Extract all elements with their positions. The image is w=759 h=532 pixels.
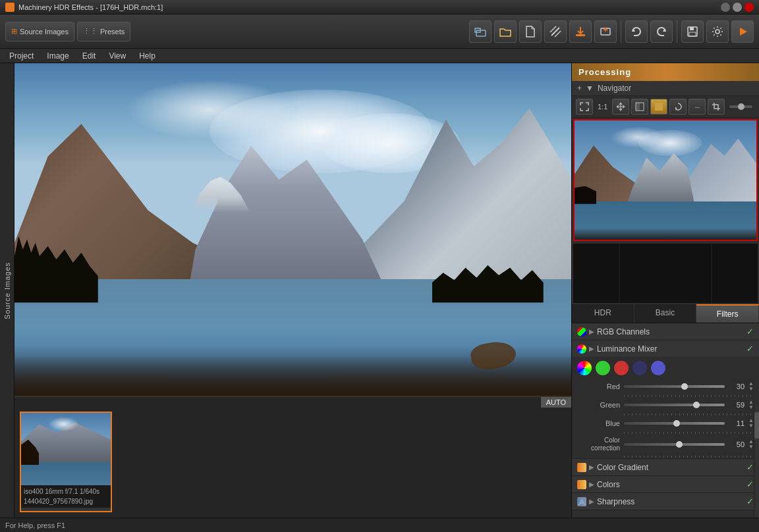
rgb-channels-section: ▶ RGB Channels ✓ bbox=[572, 323, 759, 340]
red-slider-track[interactable] bbox=[624, 385, 725, 388]
green-slider-arrows[interactable]: ▲ ▼ bbox=[748, 400, 754, 410]
panel-tabs: HDR Basic Filters bbox=[572, 304, 759, 323]
luminance-mixer-header[interactable]: ▶ Luminance Mixer ✓ bbox=[572, 340, 759, 357]
color-correction-slider-thumb[interactable] bbox=[676, 441, 683, 448]
colors-section: ▶ Colors ✓ bbox=[572, 476, 759, 493]
blue-tick-marks bbox=[624, 432, 754, 434]
filmstrip-header: AUTO bbox=[541, 397, 571, 408]
blue-slider-value: 11 bbox=[729, 419, 745, 427]
sharpness-header[interactable]: ▶ Sharpness ✓ bbox=[572, 493, 759, 510]
diagonal-pattern-button[interactable] bbox=[544, 20, 567, 43]
blue-slider-thumb[interactable] bbox=[673, 420, 680, 427]
film-info: iso400 16mm f/7.1 1/640s 1440420_9756789… bbox=[21, 485, 111, 508]
blue-slider-row: Blue 11 ▲ ▼ bbox=[572, 416, 759, 431]
color-correction-slider-track[interactable] bbox=[624, 443, 725, 446]
presets-icon: ⋮⋮ bbox=[83, 27, 98, 36]
circle-rainbow[interactable] bbox=[577, 361, 592, 375]
split-view-button[interactable] bbox=[631, 99, 648, 115]
redo-button[interactable] bbox=[650, 20, 673, 43]
color-correction-arrows[interactable]: ▲ ▼ bbox=[748, 439, 754, 450]
menu-view[interactable]: View bbox=[102, 50, 132, 62]
crop-button[interactable] bbox=[708, 99, 725, 115]
blue-slider-track[interactable] bbox=[624, 422, 725, 425]
green-slider-row: Green 59 ▲ ▼ bbox=[572, 398, 759, 412]
blue-slider-arrows[interactable]: ▲ ▼ bbox=[748, 418, 754, 429]
main-canvas[interactable] bbox=[14, 63, 571, 396]
navigator-bar: + ▼ Navigator bbox=[572, 81, 759, 96]
tab-basic[interactable]: Basic bbox=[634, 304, 697, 323]
rgb-channels-header[interactable]: ▶ RGB Channels ✓ bbox=[572, 323, 759, 340]
maximize-button[interactable] bbox=[733, 3, 742, 12]
presets-button[interactable]: ⋮⋮ Presets bbox=[77, 22, 130, 41]
color-correction-label: Colorcorrection bbox=[577, 437, 620, 452]
green-slider-thumb[interactable] bbox=[693, 402, 700, 408]
film-filename: 1440420_97567890.jpg bbox=[24, 496, 108, 506]
new-file-button[interactable] bbox=[519, 20, 542, 43]
panel-scrollbar-thumb[interactable] bbox=[754, 412, 759, 439]
open-image-button[interactable] bbox=[469, 20, 492, 43]
zoom-slider[interactable] bbox=[729, 105, 752, 108]
blue-ticks bbox=[624, 431, 754, 435]
red-ticks bbox=[624, 394, 754, 398]
luminance-mixer-check[interactable]: ✓ bbox=[746, 344, 754, 354]
red-slider-thumb[interactable] bbox=[681, 383, 688, 390]
green-slider-track[interactable] bbox=[624, 404, 725, 406]
minimize-button[interactable] bbox=[721, 3, 730, 12]
tab-filters[interactable]: Filters bbox=[696, 304, 759, 323]
circle-blue[interactable] bbox=[651, 361, 665, 375]
color-circles bbox=[572, 357, 759, 379]
red-slider-value: 30 bbox=[729, 383, 745, 390]
color-gradient-label: Color Gradient bbox=[597, 463, 744, 472]
colors-check[interactable]: ✓ bbox=[746, 479, 754, 489]
play-button[interactable] bbox=[731, 20, 754, 43]
fit-view-button[interactable] bbox=[576, 99, 593, 115]
circle-dark-blue[interactable] bbox=[632, 361, 647, 375]
luminance-mixer-section: ▶ Luminance Mixer ✓ Red bbox=[572, 340, 759, 459]
colors-icon bbox=[577, 480, 586, 489]
export-button[interactable] bbox=[569, 20, 592, 43]
svg-point-10 bbox=[716, 30, 719, 34]
toolbar-sep2 bbox=[677, 20, 677, 43]
send-button[interactable] bbox=[594, 20, 617, 43]
color-gradient-header[interactable]: ▶ Color Gradient ✓ bbox=[572, 459, 759, 475]
circle-red[interactable] bbox=[614, 361, 629, 375]
right-panel: Processing + ▼ Navigator 1:1 bbox=[571, 63, 759, 518]
window-title: Machinery HDR Effects - [176H_HDR.mch:1] bbox=[18, 3, 721, 11]
film-thumb-scene bbox=[21, 413, 111, 485]
panel-content[interactable]: ▶ RGB Channels ✓ ▶ Luminance Mixer ✓ bbox=[572, 323, 759, 518]
save-button[interactable] bbox=[681, 20, 704, 43]
undo-button[interactable] bbox=[625, 20, 648, 43]
arrow-icon: ▼ bbox=[586, 84, 594, 93]
luminance-mixer-label: Luminance Mixer bbox=[597, 344, 744, 354]
tab-hdr[interactable]: HDR bbox=[572, 304, 634, 323]
open-folder-button[interactable] bbox=[494, 20, 517, 43]
refresh-button[interactable] bbox=[669, 99, 687, 115]
center-area: AUTO iso400 16mm f/7.1 1/640s 1440420_97… bbox=[14, 63, 571, 518]
circle-green[interactable] bbox=[596, 361, 610, 375]
status-text: For Help, press F1 bbox=[5, 521, 65, 529]
color-gradient-check[interactable]: ✓ bbox=[746, 462, 754, 472]
zoom-slider-thumb[interactable] bbox=[738, 103, 745, 110]
close-button[interactable] bbox=[745, 3, 754, 12]
svg-rect-1 bbox=[476, 30, 486, 36]
film-thumb-1[interactable]: iso400 16mm f/7.1 1/640s 1440420_9756789… bbox=[20, 412, 112, 512]
histogram bbox=[573, 244, 758, 303]
panel-scrollbar[interactable] bbox=[754, 406, 759, 518]
settings-button[interactable] bbox=[706, 20, 729, 43]
color-mode-button[interactable] bbox=[650, 99, 667, 115]
sharpness-check[interactable]: ✓ bbox=[746, 496, 754, 506]
menu-help[interactable]: Help bbox=[132, 50, 162, 62]
toolbar-right bbox=[469, 20, 754, 43]
menu-edit[interactable]: Edit bbox=[76, 50, 103, 62]
rgb-channels-check[interactable]: ✓ bbox=[746, 327, 754, 336]
menu-project[interactable]: Project bbox=[3, 50, 40, 62]
sharpness-section: ▶ Sharpness ✓ bbox=[572, 493, 759, 510]
colors-header[interactable]: ▶ Colors ✓ bbox=[572, 476, 759, 492]
red-slider-arrows[interactable]: ▲ ▼ bbox=[748, 381, 754, 392]
menu-image[interactable]: Image bbox=[40, 50, 75, 62]
source-images-button[interactable]: ⊞ Source Images bbox=[5, 22, 74, 41]
statusbar: For Help, press F1 bbox=[0, 518, 759, 532]
red-slider-label: Red bbox=[577, 383, 620, 390]
navigator-thumbnail bbox=[573, 119, 758, 241]
move-tool-button[interactable] bbox=[612, 99, 629, 115]
